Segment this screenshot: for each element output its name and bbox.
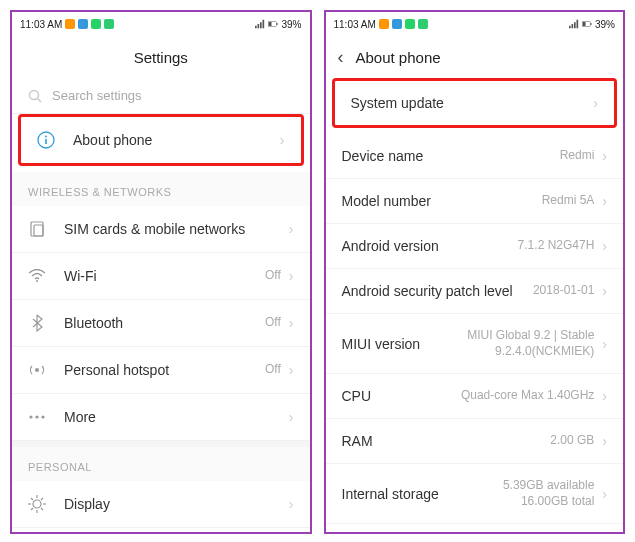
row-value: Off [265,268,281,284]
phone-icon [104,19,114,29]
svg-line-20 [31,498,33,500]
page-title: About phone [356,49,441,66]
more-row[interactable]: More › [12,394,310,441]
row-label: Wi-Fi [64,268,265,284]
info-row[interactable]: MIUI versionMIUI Global 9.2 | Stable 9.2… [326,314,624,374]
wifi-icon [28,267,46,285]
chevron-right-icon: › [289,221,294,237]
display-row[interactable]: Display › [12,481,310,528]
row-label: MIUI version [342,336,455,352]
chevron-right-icon: › [602,283,607,299]
row-label: RAM [342,433,551,449]
row-label: Display [64,496,289,512]
status-bar: 11:03 AM 39% [12,12,310,36]
signal-icon [569,19,579,29]
info-row[interactable]: Internal storage5.39GB available 16.00GB… [326,464,624,524]
row-label: Android security patch level [342,283,533,299]
svg-point-14 [41,415,44,418]
info-row[interactable]: Device nameRedmi› [326,134,624,179]
svg-rect-27 [582,22,585,26]
row-value: Redmi 5A [542,193,595,209]
back-button[interactable]: ‹ [338,47,344,68]
row-label: Personal hotspot [64,362,265,378]
status-time: 11:03 AM [20,19,62,30]
row-value: Redmi [560,148,595,164]
sim-icon [28,220,46,238]
svg-point-11 [35,368,39,372]
svg-line-21 [41,508,43,510]
page-title: Settings [134,49,188,66]
info-row[interactable]: Android security patch level2018-01-01› [326,269,624,314]
highlight-about: About phone › [18,114,304,166]
svg-rect-1 [277,23,278,25]
row-value: 2018-01-01 [533,283,594,299]
whatsapp-icon [91,19,101,29]
app-icon [65,19,75,29]
status-bar: 11:03 AM 39% [326,12,624,36]
row-label: More [64,409,289,425]
section-personal: PERSONAL [12,447,310,481]
row-value: 2.00 GB [550,433,594,449]
search-input[interactable]: Search settings [12,78,310,114]
whatsapp-icon [405,19,415,29]
svg-rect-26 [590,23,591,25]
row-label: System update [351,95,594,111]
hotspot-icon [28,361,46,379]
info-row[interactable]: CPUQuad-core Max 1.40GHz› [326,374,624,419]
row-label: Android version [342,238,518,254]
svg-rect-7 [45,139,47,144]
row-label: Device name [342,148,560,164]
row-value: 7.1.2 N2G47H [518,238,595,254]
search-placeholder: Search settings [52,88,142,103]
wallpaper-row[interactable]: Wallpaper › [12,528,310,534]
chevron-right-icon: › [289,268,294,284]
sim-row[interactable]: SIM cards & mobile networks › [12,206,310,253]
row-value: Off [265,315,281,331]
row-value: MIUI Global 9.2 | Stable 9.2.4.0(NCKMIEK… [454,328,594,359]
system-update-row[interactable]: System update › [335,81,615,125]
bluetooth-icon [28,314,46,332]
info-row[interactable]: Baseband versionMPSS.JO.3.0-00369-8937_G… [326,524,624,534]
chevron-right-icon: › [280,132,285,148]
phone-right: 11:03 AM 39% ‹ About phone System update… [324,10,626,534]
info-row[interactable]: RAM2.00 GB› [326,419,624,464]
wifi-row[interactable]: Wi-Fi Off › [12,253,310,300]
app-icon [78,19,88,29]
chevron-right-icon: › [289,315,294,331]
info-row[interactable]: Model numberRedmi 5A› [326,179,624,224]
svg-rect-2 [269,22,272,26]
highlight-system-update: System update › [332,78,618,128]
info-row[interactable]: Android version7.1.2 N2G47H› [326,224,624,269]
hotspot-row[interactable]: Personal hotspot Off › [12,347,310,394]
chevron-right-icon: › [602,388,607,404]
info-icon [37,131,55,149]
phone-left: 11:03 AM 39% Settings Search settings Ab… [10,10,312,534]
battery-icon [268,19,278,29]
phone-icon [418,19,428,29]
chevron-right-icon: › [602,433,607,449]
display-icon [28,495,46,513]
svg-rect-8 [31,222,43,236]
row-label: Bluetooth [64,315,265,331]
chevron-right-icon: › [602,336,607,352]
svg-point-6 [45,136,47,138]
row-label: Model number [342,193,542,209]
search-icon [28,89,42,103]
bluetooth-row[interactable]: Bluetooth Off › [12,300,310,347]
row-value: Quad-core Max 1.40GHz [461,388,594,404]
row-label: SIM cards & mobile networks [64,221,289,237]
more-icon [28,408,46,426]
svg-point-12 [29,415,32,418]
row-label: About phone [73,132,280,148]
svg-point-3 [30,90,39,99]
svg-point-13 [35,415,38,418]
app-icon [392,19,402,29]
chevron-right-icon: › [602,193,607,209]
chevron-right-icon: › [289,362,294,378]
chevron-right-icon: › [593,95,598,111]
chevron-right-icon: › [602,238,607,254]
header: ‹ About phone [326,36,624,78]
svg-line-4 [38,98,42,102]
about-phone-row[interactable]: About phone › [21,117,301,163]
svg-rect-9 [34,225,43,236]
